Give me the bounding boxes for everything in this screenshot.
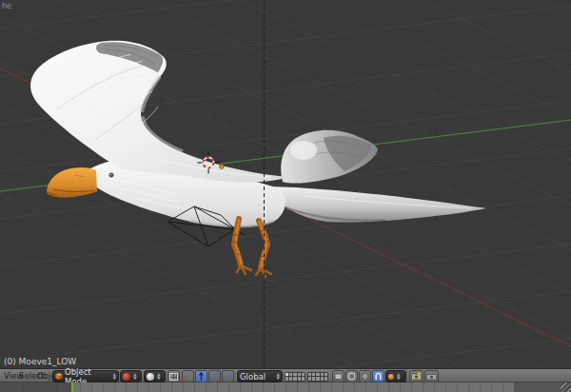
scale-manipulator-icon	[224, 372, 233, 382]
render-opengl-still-button[interactable]	[409, 370, 423, 382]
snap-magnet-icon	[374, 372, 383, 381]
current-frame-marker[interactable]	[71, 382, 73, 392]
proportional-edit-icon	[347, 372, 356, 381]
pivot-point-dropdown[interactable]: ▲▼	[144, 370, 166, 382]
manipulator-axes-icon	[184, 372, 192, 381]
orientation-dropdown-label: Global	[240, 372, 266, 382]
chevron-updown-icon: ▲▼	[133, 373, 136, 379]
chevron-updown-icon: ▲▼	[113, 373, 116, 379]
pivot-align-button[interactable]	[167, 370, 180, 382]
proportional-falloff-button[interactable]	[359, 370, 371, 382]
manipulator-axes-button[interactable]	[182, 370, 194, 382]
eye	[109, 173, 114, 178]
snap-element-dropdown[interactable]: ▲▼	[385, 370, 406, 382]
mode-dropdown[interactable]: Object Mode ▲▼	[52, 370, 119, 382]
rotate-manipulator-button[interactable]	[208, 370, 221, 382]
viewport-shading-dropdown[interactable]: ▲▼	[120, 370, 142, 382]
chevron-updown-icon: ▲▼	[157, 373, 160, 379]
orientation-dropdown[interactable]: Global ▲▼	[237, 370, 283, 382]
viewport-top-left-label: he	[2, 2, 11, 10]
active-object-name: (0) Moeve1_LOW	[4, 358, 76, 366]
layer-group-1[interactable]	[285, 372, 305, 382]
pivot-point-sphere-icon	[147, 373, 154, 381]
rotate-manipulator-icon	[210, 372, 220, 382]
timeline-prerange-shade	[0, 382, 71, 392]
object-mode-cube-icon	[55, 372, 63, 381]
scale-manipulator-button[interactable]	[222, 370, 234, 382]
resize-grip-icon[interactable]	[561, 382, 571, 392]
layer-group-2[interactable]	[307, 372, 328, 382]
render-opengl-still-icon	[411, 372, 422, 381]
render-opengl-anim-button[interactable]	[424, 370, 439, 382]
translate-manipulator-button[interactable]	[195, 370, 207, 382]
viewport-3d[interactable]: he (0) Moeve1_LOW	[0, 0, 571, 368]
pivot-align-grid-icon	[169, 373, 178, 381]
proportional-falloff-icon	[361, 372, 369, 381]
chevron-updown-icon: ▲▼	[397, 373, 400, 379]
viewport-header: View Select Object Object Mode ▲▼ ▲▼ ▲▼	[0, 368, 571, 382]
snap-element-icon	[388, 374, 394, 380]
proportional-edit-button[interactable]	[345, 370, 358, 382]
timeline-strip[interactable]	[0, 382, 571, 392]
translate-manipulator-icon	[197, 371, 206, 382]
timeline-ticks	[0, 382, 571, 392]
render-opengl-anim-icon	[426, 372, 437, 381]
blender-window: he (0) Moeve1_LOW View Select Object Obj…	[0, 0, 571, 392]
chevron-updown-icon: ▲▼	[277, 373, 280, 379]
viewport-shading-sphere-icon	[123, 373, 130, 381]
object-origin-icon[interactable]	[220, 165, 225, 169]
snap-magnet-button[interactable]	[372, 370, 384, 382]
manipulate-center-points-button[interactable]	[332, 370, 345, 382]
manipulate-center-points-icon	[334, 372, 343, 381]
viewport-canvas	[0, 0, 571, 368]
